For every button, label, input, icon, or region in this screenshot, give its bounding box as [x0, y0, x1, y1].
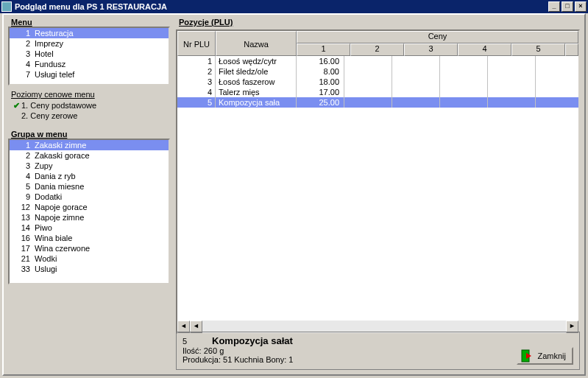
group-item[interactable]: 9Dodatki: [10, 192, 169, 202]
plu-row[interactable]: 5Kompozycja sała25.00: [177, 97, 578, 108]
menu-item[interactable]: 2Imprezy: [10, 38, 169, 49]
price-col-header[interactable]: 5: [511, 43, 565, 56]
price-levels: Poziomy cenowe menu ✔1. Ceny podstawowe2…: [11, 90, 167, 121]
menu-item[interactable]: 7Usługi telef: [10, 69, 169, 80]
close-window-button[interactable]: ×: [575, 1, 587, 12]
plu-row[interactable]: 2Filet śledz/ole8.00: [177, 66, 578, 77]
plu-row[interactable]: 4Talerz mięs17.00: [177, 87, 578, 97]
menu-label: Menu: [8, 16, 170, 27]
plu-row[interactable]: 1Łosoś wędz/cytr16.00: [177, 56, 578, 66]
price-col-header[interactable]: 2: [350, 43, 404, 56]
grid-header: Nr PLU Nazwa Ceny 12345: [177, 31, 578, 56]
menu-item[interactable]: 1Resturacja: [10, 28, 169, 38]
pozycje-label: Pozycje (PLU): [176, 16, 580, 27]
group-item[interactable]: 5Dania miesne: [10, 181, 169, 192]
group-item[interactable]: 21Wodki: [10, 253, 169, 264]
group-item[interactable]: 3Zupy: [10, 161, 169, 171]
group-label: Grupa w menu: [8, 128, 170, 139]
group-item[interactable]: 14Piwo: [10, 223, 169, 233]
col-ceny[interactable]: Ceny: [297, 31, 578, 43]
price-col-header[interactable]: 1: [297, 43, 350, 56]
window-title: Podgląd menu dla PS 1 RESTAURACJA: [15, 2, 547, 11]
price-col-header[interactable]: 3: [404, 43, 458, 56]
maximize-button[interactable]: □: [562, 1, 573, 12]
app-icon: [1, 1, 12, 12]
price-col-header[interactable]: 4: [458, 43, 511, 56]
group-item[interactable]: 1Zakaski zimne: [10, 140, 169, 150]
close-button-label: Zamknij: [537, 351, 566, 360]
col-nazwa[interactable]: Nazwa: [216, 31, 297, 56]
menu-list[interactable]: 1Resturacja2Imprezy3Hotel4Fundusz7Usługi…: [8, 27, 170, 85]
menu-item[interactable]: 4Fundusz: [10, 59, 169, 69]
exit-icon: [521, 349, 534, 363]
detail-prod: Produkcja: 51 Kuchnia Bony: 1: [183, 355, 573, 364]
price-level-row[interactable]: ✔1. Ceny podstawowe: [11, 100, 167, 111]
group-item[interactable]: 12Napoje gorace: [10, 202, 169, 212]
group-item[interactable]: 16Wina biale: [10, 233, 169, 243]
plu-grid[interactable]: Nr PLU Nazwa Ceny 12345 1Łosoś wędz/cytr…: [176, 29, 580, 335]
close-button[interactable]: Zamknij: [517, 347, 573, 365]
detail-name: Kompozycja sałat: [212, 335, 293, 346]
group-item[interactable]: 17Wina czerwone: [10, 243, 169, 253]
detail-panel: 5 Kompozycja sałat Ilość: 260 g Produkcj…: [176, 332, 580, 370]
menu-item[interactable]: 3Hotel: [10, 49, 169, 59]
group-list[interactable]: 1Zakaski zimne2Zakaski gorace3Zupy4Dania…: [8, 139, 170, 284]
price-level-row[interactable]: 2. Ceny zerowe: [11, 111, 167, 121]
col-nrplu[interactable]: Nr PLU: [177, 31, 216, 56]
plu-row[interactable]: 3Łosoś faszerow18.00: [177, 77, 578, 87]
group-item[interactable]: 33Uslugi: [10, 264, 169, 274]
minimize-button[interactable]: _: [548, 1, 560, 12]
price-levels-header: Poziomy cenowe menu: [11, 90, 167, 99]
title-bar: Podgląd menu dla PS 1 RESTAURACJA _ □ ×: [0, 0, 588, 13]
group-item[interactable]: 13Napoje zimne: [10, 212, 169, 223]
detail-qty: Ilość: 260 g: [183, 346, 573, 355]
detail-number: 5: [183, 337, 212, 346]
checkmark-icon: ✔: [11, 101, 21, 111]
group-item[interactable]: 2Zakaski gorace: [10, 150, 169, 161]
group-item[interactable]: 4Dania z ryb: [10, 171, 169, 181]
